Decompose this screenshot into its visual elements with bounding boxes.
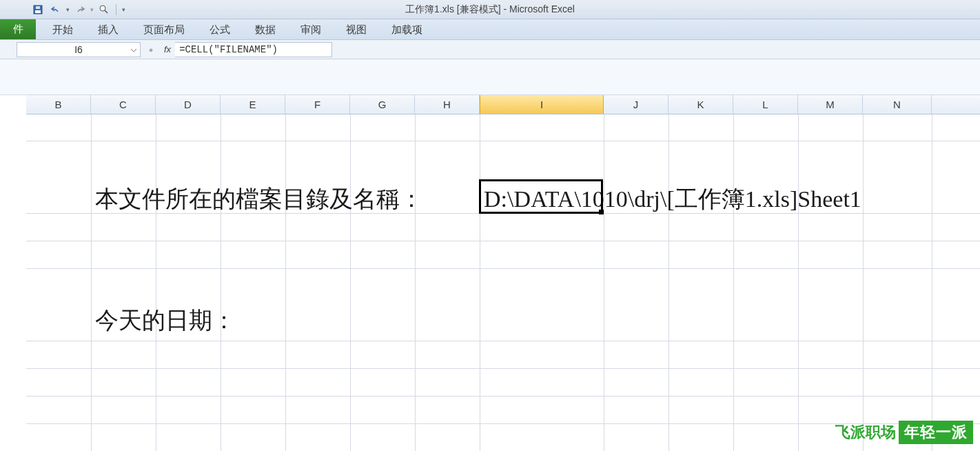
formula-bar-buttons: ● fx xyxy=(145,43,175,56)
col-head-C[interactable]: C xyxy=(91,95,156,114)
col-head-I[interactable]: I xyxy=(480,95,604,114)
col-head-G[interactable]: G xyxy=(350,95,415,114)
grid-lines xyxy=(26,114,980,451)
undo-dropdown-icon[interactable]: ▾ xyxy=(66,6,70,13)
ribbon-spacer xyxy=(0,59,980,95)
redo-dropdown-icon[interactable]: ▾ xyxy=(90,6,94,13)
redo-icon[interactable] xyxy=(72,3,88,17)
svg-rect-1 xyxy=(35,10,41,13)
undo-icon[interactable] xyxy=(48,3,63,17)
name-box[interactable]: I6 xyxy=(17,42,141,57)
cancel-formula-icon[interactable]: ● xyxy=(145,43,157,56)
svg-line-4 xyxy=(105,10,108,13)
col-head-N[interactable]: N xyxy=(863,95,932,114)
col-head-H[interactable]: H xyxy=(415,95,480,114)
name-box-dropdown-icon[interactable] xyxy=(130,46,138,54)
qat-customize-icon[interactable]: ▾ xyxy=(121,6,127,13)
tab-data[interactable]: 数据 xyxy=(243,19,288,39)
cell-label-filepath[interactable]: 本文件所在的檔案目錄及名稱： xyxy=(95,183,423,215)
svg-point-3 xyxy=(100,6,105,11)
cell-label-today[interactable]: 今天的日期： xyxy=(95,305,236,337)
col-head-E[interactable]: E xyxy=(221,95,285,114)
formula-text: =CELL("FILENAME") xyxy=(179,44,278,55)
col-head-M[interactable]: M xyxy=(798,95,863,114)
window-title: 工作簿1.xls [兼容模式] - Microsoft Excel xyxy=(405,3,575,16)
svg-rect-2 xyxy=(36,6,40,9)
col-head-L[interactable]: L xyxy=(733,95,798,114)
column-headers: B C D E F G H I J K L M N xyxy=(26,95,980,114)
print-preview-icon[interactable] xyxy=(96,3,112,17)
qat-separator xyxy=(116,4,116,15)
watermark-right: 年轻一派 xyxy=(899,421,973,444)
watermark-left: 飞派职场 xyxy=(835,422,896,443)
cell-value-filepath[interactable]: D:\DATA\1010\drj\[工作簿1.xls]Sheet1 xyxy=(484,183,861,215)
tab-formulas[interactable]: 公式 xyxy=(197,19,243,39)
col-head-J[interactable]: J xyxy=(604,95,668,114)
spreadsheet-grid[interactable]: 本文件所在的檔案目錄及名稱： D:\DATA\1010\drj\[工作簿1.xl… xyxy=(26,114,980,451)
tab-view[interactable]: 视图 xyxy=(334,19,379,39)
quick-access-toolbar: ▾ ▾ ▾ xyxy=(0,3,127,17)
ribbon-tabs: 件 开始 插入 页面布局 公式 数据 审阅 视图 加载项 xyxy=(0,19,980,40)
col-head-F[interactable]: F xyxy=(285,95,350,114)
formula-input[interactable]: =CELL("FILENAME") xyxy=(175,42,332,57)
name-box-value: I6 xyxy=(74,44,83,55)
formula-bar: I6 ● fx =CELL("FILENAME") xyxy=(0,40,980,59)
tab-home[interactable]: 开始 xyxy=(40,19,85,39)
tab-review[interactable]: 审阅 xyxy=(288,19,334,39)
title-bar: ▾ ▾ ▾ 工作簿1.xls [兼容模式] - Microsoft Excel xyxy=(0,0,980,19)
file-tab[interactable]: 件 xyxy=(0,19,36,39)
tab-page-layout[interactable]: 页面布局 xyxy=(131,19,197,39)
watermark: 飞派职场 年轻一派 xyxy=(835,421,973,444)
col-head-D[interactable]: D xyxy=(156,95,221,114)
tab-addins[interactable]: 加载项 xyxy=(379,19,435,39)
save-icon[interactable] xyxy=(30,3,45,17)
col-head-K[interactable]: K xyxy=(668,95,733,114)
insert-function-button[interactable]: fx xyxy=(160,44,175,54)
tab-insert[interactable]: 插入 xyxy=(85,19,131,39)
col-head-B[interactable]: B xyxy=(26,95,91,114)
